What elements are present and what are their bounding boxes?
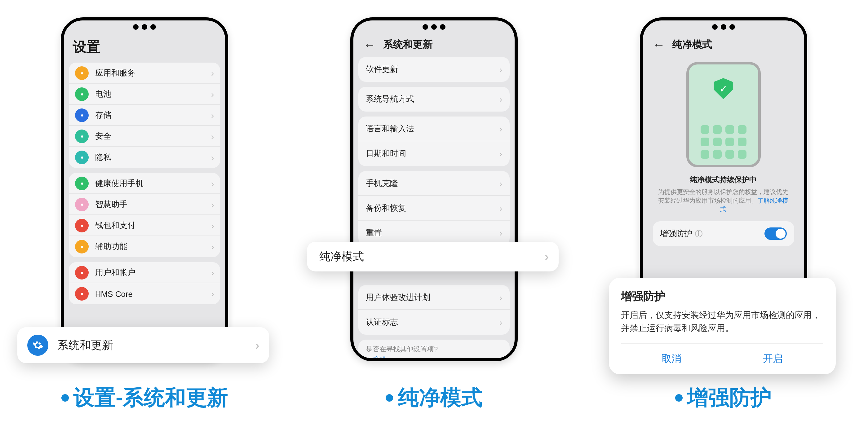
- settings-item[interactable]: 软件更新›: [359, 57, 509, 82]
- chevron-right-icon: ›: [545, 249, 549, 264]
- settings-item-label: 系统导航方式: [366, 94, 499, 105]
- chevron-right-icon: ›: [499, 149, 502, 159]
- chevron-right-icon: ›: [499, 203, 502, 213]
- battery-icon: •: [75, 87, 89, 101]
- chevron-right-icon: ›: [211, 89, 214, 99]
- settings-item[interactable]: •应用和服务›: [69, 63, 220, 84]
- settings-item[interactable]: 认证标志›: [359, 310, 509, 335]
- shield-icon: •: [75, 129, 89, 143]
- step-caption-3: 增强防护: [675, 384, 772, 412]
- settings-item[interactable]: •用户和帐户›: [69, 262, 220, 283]
- hourglass-icon: •: [75, 176, 89, 190]
- accessibility-icon: •: [75, 240, 89, 253]
- settings-item-label: 备份和恢复: [366, 203, 499, 214]
- chevron-right-icon: ›: [499, 292, 502, 302]
- chevron-right-icon: ›: [499, 228, 502, 238]
- apps-icon: •: [75, 66, 89, 80]
- chevron-right-icon: ›: [255, 338, 259, 352]
- page-title: 纯净模式: [672, 38, 712, 52]
- assistant-icon: •: [75, 197, 89, 211]
- dialog-confirm-button[interactable]: 开启: [722, 344, 823, 374]
- settings-item-label: 重置: [366, 227, 499, 239]
- settings-item-label: 钱包和支付: [95, 220, 211, 231]
- dialog-title: 增强防护: [621, 289, 823, 304]
- settings-item[interactable]: •电池›: [69, 84, 220, 105]
- callout-label: 纯净模式: [319, 249, 545, 264]
- chevron-right-icon: ›: [499, 317, 502, 327]
- settings-item[interactable]: 用户体验改进计划›: [359, 285, 509, 310]
- step-2-col: ← 系统和更新 软件更新› 系统导航方式› 语言和输入法›日期和时间› 手机克隆…: [350, 18, 518, 412]
- protection-status-desc: 为提供更安全的服务以保护您的权益，建议优先安装经过华为应用市场检测的应用。了解纯…: [648, 185, 799, 214]
- chevron-right-icon: ›: [211, 68, 214, 78]
- settings-item-label: 智慧助手: [95, 199, 211, 210]
- settings-item[interactable]: •HMS Core›: [69, 283, 220, 304]
- settings-item[interactable]: •存储›: [69, 105, 220, 126]
- settings-item[interactable]: •隐私›: [69, 147, 220, 168]
- chevron-right-icon: ›: [211, 131, 214, 141]
- settings-item-label: 日期和时间: [366, 148, 499, 159]
- settings-item-label: 安全: [95, 130, 211, 142]
- back-icon[interactable]: ←: [650, 38, 668, 52]
- settings-item[interactable]: 备份和恢复›: [359, 196, 509, 221]
- chevron-right-icon: ›: [499, 94, 502, 104]
- back-icon[interactable]: ←: [361, 38, 378, 52]
- settings-item-label: HMS Core: [95, 289, 211, 299]
- settings-item-label: 健康使用手机: [95, 178, 211, 189]
- chevron-right-icon: ›: [499, 64, 502, 74]
- callout-system-update[interactable]: 系统和更新 ›: [18, 327, 269, 363]
- settings-item[interactable]: •安全›: [69, 126, 220, 147]
- chevron-right-icon: ›: [211, 199, 214, 209]
- page-title: 设置: [69, 33, 220, 63]
- wallet-icon: •: [75, 218, 89, 232]
- hint-link-accessibility[interactable]: 无障碍: [366, 355, 502, 358]
- enhanced-protection-row[interactable]: 增强防护 i: [653, 221, 794, 246]
- chevron-right-icon: ›: [499, 178, 502, 188]
- enhanced-protection-dialog: 增强防护 开启后，仅支持安装经过华为应用市场检测的应用，并禁止运行病毒和风险应用…: [609, 278, 835, 374]
- settings-item-label: 认证标志: [366, 317, 499, 328]
- settings-item-label: 电池: [95, 88, 211, 99]
- settings-item[interactable]: 手机克隆›: [359, 171, 509, 196]
- settings-item-label: 存储: [95, 110, 211, 121]
- settings-item-label: 软件更新: [366, 64, 499, 75]
- settings-item[interactable]: •健康使用手机›: [69, 173, 220, 194]
- shield-check-icon: ✓: [713, 78, 734, 99]
- settings-item[interactable]: 日期和时间›: [359, 141, 509, 166]
- enhanced-protection-toggle[interactable]: [764, 227, 786, 240]
- protection-status-title: 纯净模式持续保护中: [648, 175, 799, 185]
- settings-item[interactable]: 系统导航方式›: [359, 87, 509, 112]
- protection-illustration: ✓: [686, 62, 761, 167]
- storage-icon: •: [75, 108, 89, 122]
- chevron-right-icon: ›: [211, 220, 214, 230]
- settings-item-label: 隐私: [95, 152, 211, 163]
- dialog-cancel-button[interactable]: 取消: [621, 344, 722, 374]
- callout-pure-mode[interactable]: 纯净模式 ›: [307, 242, 559, 272]
- settings-item[interactable]: •钱包和支付›: [69, 215, 220, 236]
- chevron-right-icon: ›: [211, 268, 214, 277]
- settings-item-label: 应用和服务: [95, 67, 211, 79]
- settings-item-label: 用户和帐户: [95, 267, 211, 278]
- settings-item-label: 辅助功能: [95, 241, 211, 252]
- chevron-right-icon: ›: [211, 242, 214, 252]
- callout-label: 系统和更新: [57, 338, 255, 353]
- chevron-right-icon: ›: [211, 110, 214, 120]
- privacy-icon: •: [75, 151, 89, 164]
- chevron-right-icon: ›: [499, 124, 502, 133]
- info-icon[interactable]: i: [695, 230, 702, 237]
- settings-item[interactable]: 语言和输入法›: [359, 117, 509, 141]
- hms-icon: •: [75, 287, 89, 301]
- settings-item-label: 用户体验改进计划: [366, 291, 499, 303]
- phone-frame-2: ← 系统和更新 软件更新› 系统导航方式› 语言和输入法›日期和时间› 手机克隆…: [350, 18, 518, 361]
- gear-icon: [28, 335, 49, 356]
- step-1-col: 设置 •应用和服务›•电池›•存储›•安全›•隐私› •健康使用手机›•智慧助手…: [61, 18, 228, 412]
- step-caption-2: 纯净模式: [385, 384, 483, 412]
- dialog-body: 开启后，仅支持安装经过华为应用市场检测的应用，并禁止运行病毒和风险应用。: [621, 309, 823, 335]
- page-title: 系统和更新: [383, 38, 433, 52]
- chevron-right-icon: ›: [211, 152, 214, 162]
- chevron-right-icon: ›: [211, 289, 214, 299]
- phone-frame-1: 设置 •应用和服务›•电池›•存储›•安全›•隐私› •健康使用手机›•智慧助手…: [61, 18, 228, 361]
- toggle-label: 增强防护: [660, 228, 692, 239]
- step-3-col: ← 纯净模式 ✓ 纯净模式持续保护中 为提供更安全的服务以保护您的权益，建议优先…: [640, 18, 807, 412]
- settings-item-label: 手机克隆: [366, 178, 499, 189]
- settings-item[interactable]: •辅助功能›: [69, 236, 220, 257]
- settings-item[interactable]: •智慧助手›: [69, 194, 220, 215]
